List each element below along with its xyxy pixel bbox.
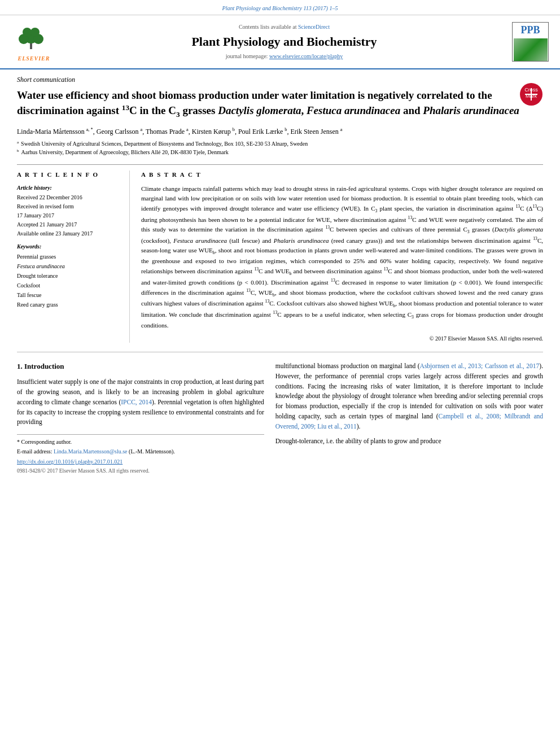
journal-url[interactable]: www.elsevier.com/locate/plaphy xyxy=(269,53,343,59)
affiliation-a: a Swedish University of Agricultural Sci… xyxy=(17,139,543,148)
copyright-line: © 2017 Elsevier Masson SAS. All rights r… xyxy=(141,335,543,343)
intro-left-col: 1. Introduction Insufficient water suppl… xyxy=(17,361,264,475)
email-link[interactable]: Linda.Maria.Martensson@slu.se xyxy=(54,448,128,455)
affiliation-b: b Aarhus University, Department of Agroe… xyxy=(17,148,543,156)
intro-paragraph-3: Drought-tolerance, i.e. the ability of p… xyxy=(275,436,543,447)
section-divider xyxy=(17,352,543,352)
keyword-5: Tall fescue xyxy=(17,290,121,300)
article-info-title: A R T I C L E I N F O xyxy=(17,171,121,179)
paper-title: Water use efficiency and shoot biomass p… xyxy=(17,88,543,120)
sciencedirect-line: Contents lists available at ScienceDirec… xyxy=(62,23,506,31)
abstract-title: A B S T R A C T xyxy=(141,171,543,179)
keywords-subtitle: Keywords: xyxy=(17,243,121,251)
affiliations-block: a Swedish University of Agricultural Sci… xyxy=(17,139,543,156)
main-content: Short communication Water use efficiency… xyxy=(0,69,560,480)
intro-heading: 1. Introduction xyxy=(17,361,264,372)
crossmark-icon: Cross Mark xyxy=(519,82,543,106)
journal-title-banner: Plant Physiology and Biochemistry xyxy=(62,33,506,51)
intro-paragraph-2: multifunctional biomass production on ma… xyxy=(275,361,543,432)
elsevier-wordmark: ELSEVIER xyxy=(11,55,56,63)
ppb-logo: PPB xyxy=(512,22,549,62)
article-info-abstract: A R T I C L E I N F O Article history: R… xyxy=(17,164,543,343)
svg-point-5 xyxy=(23,28,32,37)
article-type-label: Short communication xyxy=(17,69,543,88)
keyword-2: Festuca arundinacea xyxy=(17,261,121,271)
journal-homepage: journal homepage: www.elsevier.com/locat… xyxy=(62,53,506,60)
intro-right-col: multifunctional biomass production on ma… xyxy=(275,361,543,475)
ppb-image xyxy=(514,38,548,61)
received-date: Received 22 December 2016 Received in re… xyxy=(17,193,121,238)
authors-line: Linda-Maria Mårtensson a, *, Georg Carls… xyxy=(17,126,543,137)
keyword-6: Reed canary grass xyxy=(17,300,121,309)
introduction-section: 1. Introduction Insufficient water suppl… xyxy=(17,361,543,481)
ppb-label: PPB xyxy=(521,23,540,37)
keyword-3: Drought tolerance xyxy=(17,271,121,281)
title-area: Water use efficiency and shoot biomass p… xyxy=(17,88,543,120)
elsevier-tree-icon xyxy=(11,21,51,52)
issn-line: 0981-9428/© 2017 Elsevier Masson SAS. Al… xyxy=(17,468,264,475)
keywords-list: Perennial grasses Festuca arundinacea Dr… xyxy=(17,252,121,309)
elsevier-logo-area: ELSEVIER xyxy=(11,21,56,63)
svg-point-6 xyxy=(30,28,40,37)
footnote-area: * Corresponding author. E-mail address: … xyxy=(17,434,264,456)
history-subtitle: Article history: xyxy=(17,184,121,192)
abstract-column: A B S T R A C T Climate change impacts r… xyxy=(141,171,543,343)
footnote-corresponding: * Corresponding author. xyxy=(17,438,264,446)
sciencedirect-link[interactable]: ScienceDirect xyxy=(298,24,330,30)
article-history: Article history: Received 22 December 20… xyxy=(17,184,121,238)
journal-header: Plant Physiology and Biochemistry 113 (2… xyxy=(0,0,560,15)
intro-paragraph-1: Insufficient water supply is one of the … xyxy=(17,377,264,427)
banner-center: Contents lists available at ScienceDirec… xyxy=(62,23,506,61)
keywords-section: Keywords: Perennial grasses Festuca arun… xyxy=(17,243,121,309)
keyword-1: Perennial grasses xyxy=(17,252,121,261)
doi-line: http://dx.doi.org/10.1016/j.plaphy.2017.… xyxy=(17,458,264,466)
crossmark-badge[interactable]: Cross Mark xyxy=(519,82,543,109)
top-banner: ELSEVIER Contents lists available at Sci… xyxy=(0,15,560,69)
abstract-text: Climate change impacts rainfall patterns… xyxy=(141,184,543,330)
article-info-column: A R T I C L E I N F O Article history: R… xyxy=(17,171,130,343)
journal-citation: Plant Physiology and Biochemistry 113 (2… xyxy=(222,5,338,11)
doi-link[interactable]: http://dx.doi.org/10.1016/j.plaphy.2017.… xyxy=(17,458,123,465)
footnote-email-line: E-mail address: Linda.Maria.Martensson@s… xyxy=(17,448,264,456)
keyword-4: Cocksfoot xyxy=(17,281,121,290)
